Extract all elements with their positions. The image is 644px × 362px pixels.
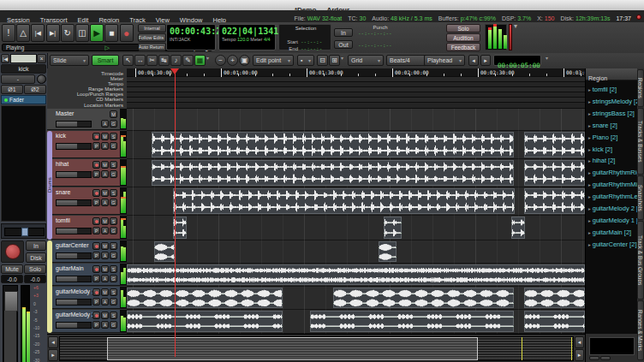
play-button[interactable]: ▶ bbox=[90, 24, 104, 42]
track-p-button[interactable]: P bbox=[92, 170, 100, 178]
expander-icon[interactable]: ▸ bbox=[586, 194, 593, 199]
tool-internal-edit-button[interactable]: ▦ bbox=[194, 55, 206, 66]
sidebar-bottom-button-2[interactable] bbox=[600, 356, 611, 360]
track-a-button[interactable]: A bbox=[101, 227, 109, 234]
tool-audition-button[interactable]: ♪ bbox=[170, 55, 182, 66]
region-list-item[interactable]: ▸stringsBass [2] bbox=[586, 105, 638, 117]
expander-icon[interactable]: ▸ bbox=[586, 87, 593, 92]
region-list-item[interactable]: ▸guitarMelody 2 [2 bbox=[586, 200, 638, 212]
track-s-button[interactable]: S bbox=[110, 288, 117, 296]
track-rec-button[interactable] bbox=[92, 288, 100, 296]
expander-icon[interactable]: ▸ bbox=[586, 218, 593, 223]
region-list-item[interactable]: ▸guitarRhythmRigh bbox=[586, 164, 638, 176]
group-tab-drums[interactable]: Drums bbox=[47, 131, 52, 240]
metronome-button[interactable]: △ bbox=[16, 24, 30, 42]
ruler-row-location-markers[interactable] bbox=[127, 103, 585, 109]
monitor-input-button[interactable]: In bbox=[26, 240, 46, 251]
marker-dropdown[interactable]: ▪▾ bbox=[297, 55, 314, 66]
edit-point-dropdown[interactable]: Edit point▾ bbox=[253, 55, 294, 66]
track-g-button[interactable]: G bbox=[110, 170, 117, 178]
mixer-track-name-button[interactable]: kick bbox=[1, 64, 46, 74]
track-rec-button[interactable] bbox=[92, 161, 100, 169]
track-g-button[interactable]: G bbox=[110, 199, 117, 206]
track-a-button[interactable]: A bbox=[101, 321, 109, 329]
region-list-item[interactable]: ▸guitarRhythmMidd bbox=[586, 176, 638, 188]
tool-range-button[interactable]: ↔ bbox=[134, 55, 146, 66]
track-rec-button[interactable] bbox=[92, 133, 100, 140]
zoom-in-button[interactable]: + bbox=[227, 55, 238, 66]
nudge-clock[interactable]: 00:00:05:00 bbox=[493, 55, 541, 66]
track-s-button[interactable]: S bbox=[110, 161, 117, 169]
track-a-button[interactable]: A bbox=[101, 142, 109, 150]
track-p-button[interactable]: P bbox=[92, 199, 100, 206]
track-m-button[interactable]: M bbox=[101, 217, 109, 225]
trim-button[interactable]: - bbox=[1, 74, 35, 84]
expander-icon[interactable]: ▸ bbox=[586, 135, 593, 140]
transport-chevron-icon[interactable]: ▾ bbox=[514, 22, 517, 30]
processor-box[interactable] bbox=[1, 105, 46, 222]
phase-1-button[interactable]: Ø1 bbox=[1, 85, 23, 94]
track-g-button[interactable]: G bbox=[110, 252, 117, 259]
track-header-guitarcenter[interactable]: guitarCenterMSPAG bbox=[47, 240, 127, 263]
track-fader[interactable] bbox=[56, 143, 92, 150]
mute-button[interactable]: Mute bbox=[1, 264, 23, 274]
expander-icon[interactable]: ▸ bbox=[586, 206, 593, 211]
edit-mode-dropdown[interactable]: Slide▾ bbox=[50, 55, 89, 66]
solo-button[interactable]: Solo bbox=[24, 264, 46, 274]
grid-mode-dropdown[interactable]: Grid▾ bbox=[348, 55, 384, 66]
pan-handle[interactable] bbox=[21, 228, 28, 236]
region-list-item[interactable]: ▸snare [2] bbox=[586, 117, 638, 129]
tool-draw-button[interactable]: ✎ bbox=[182, 55, 194, 66]
expander-icon[interactable]: ▸ bbox=[586, 230, 593, 235]
trim-knob[interactable] bbox=[37, 74, 46, 84]
mixer-close-button[interactable]: × bbox=[37, 54, 46, 63]
region-list-item[interactable]: ▸Piano [2] bbox=[586, 129, 638, 141]
gain-display[interactable]: -0.0 bbox=[1, 275, 23, 283]
track-m-button[interactable]: M bbox=[101, 242, 109, 250]
track-fader[interactable] bbox=[56, 299, 92, 306]
track-a-button[interactable]: A bbox=[101, 298, 109, 306]
expander-icon[interactable]: ▸ bbox=[586, 147, 593, 152]
summary-right-bottom-button[interactable]: ▸ bbox=[575, 349, 584, 361]
track-fader[interactable] bbox=[56, 121, 92, 128]
gain-fader[interactable] bbox=[3, 285, 18, 362]
processor-fader-entry[interactable]: Fader bbox=[1, 95, 46, 104]
feedback-button[interactable]: Feedback bbox=[446, 43, 480, 51]
region-list-item[interactable]: ▸guitarMelody 1 [2 bbox=[586, 212, 638, 224]
track-g-button[interactable]: G bbox=[110, 275, 117, 282]
expander-icon[interactable]: ▸ bbox=[586, 182, 593, 187]
tool-object-button[interactable]: ↖ bbox=[122, 55, 134, 66]
track-s-button[interactable]: S bbox=[110, 265, 117, 273]
track-m-button[interactable]: M bbox=[101, 312, 109, 319]
track-a-button[interactable]: A bbox=[101, 252, 109, 259]
track-p-button[interactable]: P bbox=[92, 142, 100, 150]
internal-button[interactable]: Internal bbox=[138, 24, 166, 33]
sidebar-tab-ranges-marks[interactable]: Ranges & Marks bbox=[637, 300, 644, 360]
track-fader[interactable] bbox=[56, 322, 92, 329]
nudge-chevron-icon[interactable]: ▾ bbox=[546, 55, 548, 61]
track-s-button[interactable]: S bbox=[110, 312, 117, 319]
sidebar-tab-tracks-busses[interactable]: Tracks & Busses bbox=[637, 108, 644, 175]
expand-tracks-button[interactable]: ⊞ bbox=[329, 55, 340, 66]
track-header-snare[interactable]: snareMSPAG bbox=[47, 187, 127, 215]
editor-canvas[interactable] bbox=[127, 109, 585, 334]
track-a-button[interactable]: A bbox=[101, 275, 109, 282]
track-m-button[interactable]: M bbox=[101, 189, 109, 197]
track-a-button[interactable]: A bbox=[101, 120, 109, 128]
track-p-button[interactable]: P bbox=[92, 227, 100, 234]
sidebar-tab-regions[interactable]: Regions bbox=[637, 69, 644, 107]
tool-stretch-button[interactable]: ↹ bbox=[158, 55, 170, 66]
expander-icon[interactable]: ▸ bbox=[586, 123, 593, 128]
record-enable-button[interactable] bbox=[1, 240, 24, 263]
phase-2-button[interactable]: Ø2 bbox=[24, 85, 46, 94]
track-header-tomfil[interactable]: tomfilMSPAG bbox=[47, 216, 127, 240]
summary-strip[interactable] bbox=[59, 336, 574, 361]
summary-left-bottom-button[interactable]: ▸ bbox=[48, 349, 58, 361]
region-list-item[interactable]: ▸tomfil [2] bbox=[586, 81, 638, 93]
follow-edits-button[interactable]: Follow Edits bbox=[138, 33, 166, 42]
ruler-row-timecode[interactable]: 00:00:30:0000:01:00:0000:01:30:0000:02:0… bbox=[127, 68, 585, 77]
stop-button[interactable]: ■ bbox=[104, 24, 118, 42]
summary-viewport[interactable] bbox=[107, 337, 478, 360]
track-a-button[interactable]: A bbox=[101, 199, 109, 206]
track-rec-button[interactable] bbox=[92, 217, 100, 225]
